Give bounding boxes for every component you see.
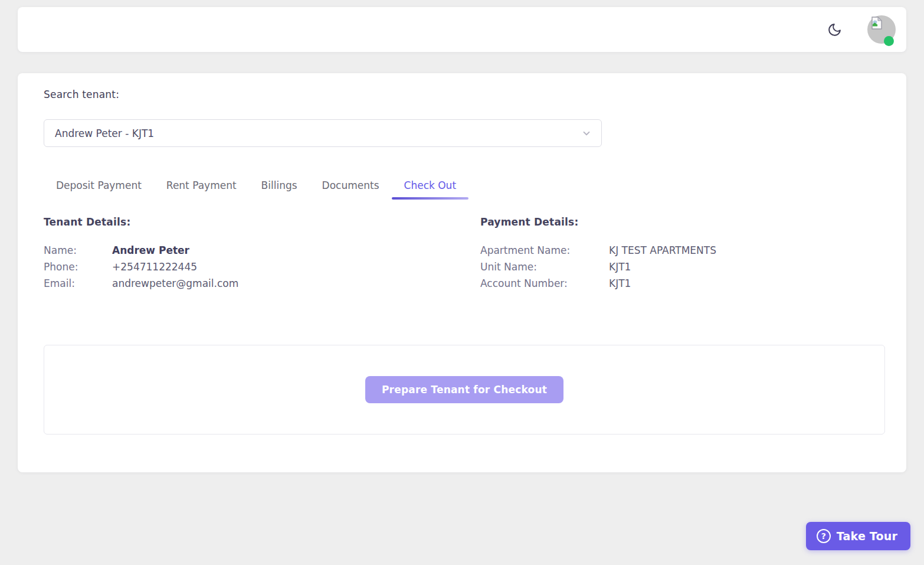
tenant-email-row: Email: andrewpeter@gmail.com [44,275,480,292]
broken-image-icon [870,17,883,30]
unit-name-row: Unit Name: KJT1 [480,259,885,275]
tab-billings[interactable]: Billings [249,179,310,200]
account-number-label: Account Number: [480,275,609,292]
unit-name-label: Unit Name: [480,259,609,275]
search-tenant-label: Search tenant: [44,89,885,100]
phone-label: Phone: [44,259,112,275]
email-value: andrewpeter@gmail.com [112,275,238,292]
moon-icon [827,22,842,37]
tenant-checkout-card: Search tenant: Andrew Peter - KJT1 Depos… [18,73,906,472]
account-number-value: KJT1 [609,275,631,292]
payment-details: Payment Details: Apartment Name: KJ TEST… [480,216,885,292]
details-section: Tenant Details: Name: Andrew Peter Phone… [44,216,885,292]
online-status-dot [884,36,894,46]
take-tour-button[interactable]: ? Take Tour [806,522,910,550]
checkout-action-box: Prepare Tenant for Checkout [44,345,885,435]
apartment-name-label: Apartment Name: [480,242,609,259]
avatar[interactable] [867,15,896,44]
tenant-details: Tenant Details: Name: Andrew Peter Phone… [44,216,480,292]
prepare-checkout-button[interactable]: Prepare Tenant for Checkout [365,376,563,403]
top-header-bar [18,7,906,52]
dark-mode-toggle[interactable] [827,22,842,37]
name-value: Andrew Peter [112,242,189,259]
take-tour-label: Take Tour [837,530,897,543]
tenant-select-value: Andrew Peter - KJT1 [55,128,154,139]
payment-details-heading: Payment Details: [480,216,885,228]
question-circle-icon: ? [817,529,831,543]
tenant-details-heading: Tenant Details: [44,216,480,228]
tab-documents[interactable]: Documents [310,179,392,200]
unit-name-value: KJT1 [609,259,631,275]
chevron-down-icon [581,128,592,139]
name-label: Name: [44,242,112,259]
tab-deposit-payment[interactable]: Deposit Payment [44,179,154,200]
phone-value: +254711222445 [112,259,197,275]
apartment-name-row: Apartment Name: KJ TEST APARTMENTS [480,242,885,259]
apartment-name-value: KJ TEST APARTMENTS [609,242,716,259]
tab-rent-payment[interactable]: Rent Payment [154,179,249,200]
tenant-select[interactable]: Andrew Peter - KJT1 [44,119,602,147]
account-number-row: Account Number: KJT1 [480,275,885,292]
tab-check-out[interactable]: Check Out [392,179,469,200]
email-label: Email: [44,275,112,292]
tenant-phone-row: Phone: +254711222445 [44,259,480,275]
tabs: Deposit Payment Rent Payment Billings Do… [44,179,885,200]
tenant-name-row: Name: Andrew Peter [44,242,480,259]
